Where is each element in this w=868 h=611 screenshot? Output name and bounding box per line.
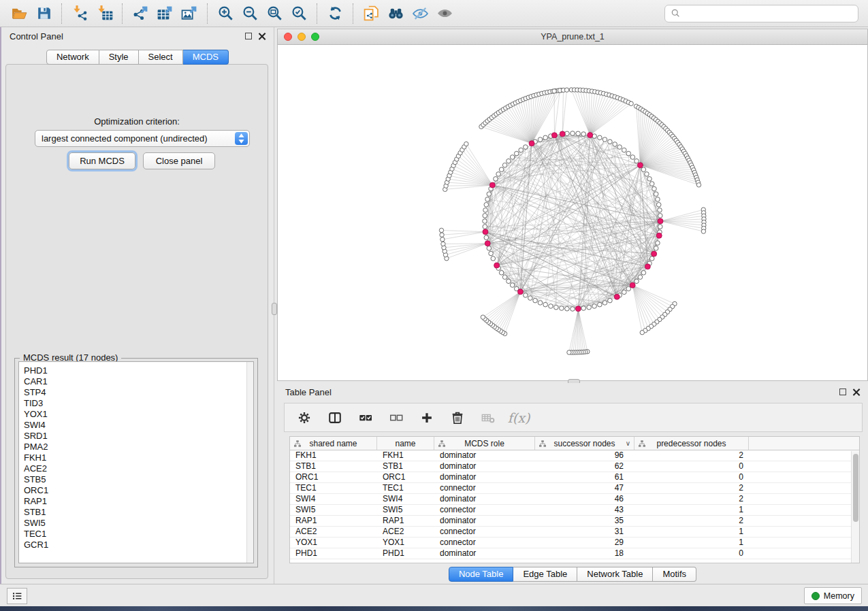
close-panel-icon[interactable] (852, 389, 860, 396)
column-header-successor-nodes[interactable]: successor nodes∨ (535, 437, 634, 450)
show-all-button[interactable] (432, 3, 457, 24)
table-row[interactable]: SWI4SWI4dominator462 (290, 494, 859, 505)
tab-network[interactable]: Network (46, 50, 99, 65)
mcds-hub-node[interactable] (560, 131, 565, 137)
table-row[interactable]: ACE2ACE2connector311 (290, 527, 859, 538)
float-panel-icon[interactable] (245, 33, 252, 39)
table-scrollbar[interactable] (851, 451, 859, 563)
mcds-hub-node[interactable] (575, 306, 581, 312)
export-network-button[interactable] (128, 3, 152, 24)
column-header-MCDS-role[interactable]: MCDS role (434, 437, 535, 450)
mcds-result-item[interactable]: STP4 (24, 387, 253, 398)
search-input[interactable] (681, 9, 858, 18)
mcds-result-item[interactable]: YOX1 (24, 409, 253, 420)
close-panel-icon[interactable] (258, 33, 266, 40)
mcds-result-item[interactable]: PHD1 (24, 365, 253, 376)
save-button[interactable] (31, 3, 56, 24)
mcds-result-item[interactable]: FKH1 (24, 452, 253, 463)
sort-chevron-icon[interactable]: ∨ (626, 440, 630, 447)
hide-selected-button[interactable] (408, 3, 432, 24)
table-row[interactable]: RAP1RAP1dominator352 (290, 516, 859, 527)
mcds-hub-node[interactable] (656, 233, 662, 238)
mcds-result-item[interactable]: TEC1 (24, 529, 253, 540)
table-row[interactable]: PHD1PHD1dominator180 (290, 548, 859, 559)
table-row[interactable]: TEC1TEC1connector472 (290, 483, 859, 494)
tab-select[interactable]: Select (139, 50, 183, 65)
mcds-result-item[interactable]: STB1 (24, 507, 253, 518)
zoom-fit-button[interactable] (262, 3, 287, 24)
result-list-scrollbar[interactable] (246, 362, 253, 563)
show-task-history-button[interactable] (7, 588, 27, 604)
mcds-result-item[interactable]: TID3 (24, 398, 253, 409)
table-row[interactable]: STB1STB1dominator620 (290, 461, 859, 472)
tab-mcds[interactable]: MCDS (183, 50, 229, 65)
clone-network-button[interactable] (359, 3, 383, 24)
mcds-hub-node[interactable] (658, 218, 663, 224)
delete-row-button[interactable] (449, 410, 466, 426)
export-table-button[interactable] (152, 3, 177, 24)
mcds-result-item[interactable]: SRD1 (24, 431, 253, 442)
import-network-button[interactable] (67, 3, 92, 24)
mcds-result-item[interactable]: SWI5 (24, 518, 253, 529)
search-box[interactable] (664, 5, 858, 22)
network-window-titlebar[interactable]: YPA_prune.txt_1 (278, 29, 867, 45)
delete-table-button[interactable] (479, 410, 497, 426)
mcds-result-list[interactable]: PHD1CAR1STP4TID3YOX1SWI4SRD1PMA2FKH1ACE2… (18, 361, 254, 563)
mcds-hub-node[interactable] (485, 241, 490, 246)
open-button[interactable] (7, 3, 31, 24)
tab-network-table[interactable]: Network Table (577, 567, 653, 582)
mcds-result-item[interactable]: ORC1 (24, 485, 253, 496)
table-row[interactable]: ORC1ORC1dominator610 (290, 472, 859, 483)
zoom-out-button[interactable] (238, 3, 262, 24)
column-header-name[interactable]: name (377, 437, 434, 450)
refresh-button[interactable] (323, 3, 347, 24)
float-panel-icon[interactable] (839, 389, 846, 395)
network-graph-canvas[interactable] (278, 45, 867, 380)
memory-button[interactable]: Memory (804, 587, 862, 604)
splitter-grip[interactable] (272, 303, 277, 315)
tab-edge-table[interactable]: Edge Table (513, 567, 577, 582)
column-header-shared-name[interactable]: shared name (290, 437, 377, 450)
mcds-result-item[interactable]: SWI4 (24, 420, 253, 431)
export-image-button[interactable] (177, 3, 202, 24)
add-column-button[interactable] (418, 410, 436, 426)
mcds-result-item[interactable]: CAR1 (24, 376, 253, 387)
mcds-hub-node[interactable] (637, 163, 643, 168)
columns-button[interactable] (326, 410, 344, 426)
table-row[interactable]: SWI5SWI5connector431 (290, 505, 859, 516)
table-row[interactable]: FKH1FKH1dominator962 (290, 450, 859, 461)
mcds-hub-node[interactable] (588, 133, 593, 138)
mcds-result-item[interactable]: STB5 (24, 474, 253, 485)
select-all-button[interactable] (357, 410, 374, 426)
scrollbar-thumb[interactable] (853, 454, 858, 522)
mcds-result-item[interactable]: ACE2 (24, 463, 253, 474)
mcds-result-item[interactable]: GCR1 (24, 540, 253, 550)
mcds-hub-node[interactable] (652, 251, 657, 257)
zoom-selected-button[interactable] (287, 3, 311, 24)
mcds-hub-node[interactable] (494, 263, 500, 268)
mcds-hub-node[interactable] (529, 141, 534, 146)
optimization-criterion-dropdown[interactable]: largest connected component (undirected) (35, 130, 250, 147)
tab-motifs[interactable]: Motifs (653, 567, 696, 582)
run-mcds-button[interactable]: Run MCDS (69, 152, 135, 169)
column-header-predecessor-nodes[interactable]: predecessor nodes (634, 437, 749, 450)
mcds-hub-node[interactable] (645, 264, 650, 269)
mcds-result-item[interactable]: PMA2 (24, 442, 253, 452)
mcds-hub-node[interactable] (630, 282, 635, 288)
close-panel-button[interactable]: Close panel (143, 152, 215, 169)
mcds-result-item[interactable]: RAP1 (24, 496, 253, 507)
mcds-hub-node[interactable] (551, 133, 557, 138)
gear-button[interactable] (295, 410, 313, 426)
deselect-all-button[interactable] (387, 410, 405, 426)
tab-node-table[interactable]: Node Table (449, 567, 514, 582)
mcds-hub-node[interactable] (614, 294, 620, 299)
mcds-hub-node[interactable] (517, 289, 523, 295)
import-table-button[interactable] (92, 3, 116, 24)
zoom-in-button[interactable] (213, 3, 238, 24)
mcds-hub-node[interactable] (483, 229, 488, 235)
first-neighbors-button[interactable] (383, 3, 408, 24)
function-builder-button[interactable]: f(x) (510, 410, 528, 426)
table-row[interactable]: YOX1YOX1connector291 (290, 538, 859, 548)
mcds-hub-node[interactable] (489, 182, 495, 188)
tab-style[interactable]: Style (99, 50, 139, 65)
